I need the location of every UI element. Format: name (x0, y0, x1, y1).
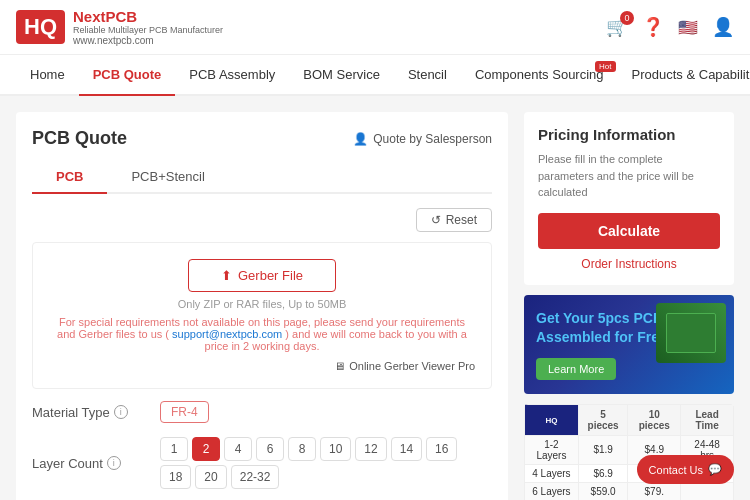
layer-count-controls: 1 2 4 6 8 10 12 14 16 18 20 22-32 (160, 437, 492, 489)
reset-button[interactable]: ↺ Reset (416, 208, 492, 232)
table-cell-layers-3: 6 Layers (525, 482, 579, 500)
material-info-icon[interactable]: i (114, 405, 128, 419)
material-type-row: Material Type i FR-4 (32, 401, 492, 423)
pricing-desc: Please fill in the complete parameters a… (538, 151, 720, 201)
layer-btn-12[interactable]: 12 (355, 437, 386, 461)
chat-icon: 💬 (708, 463, 722, 476)
upload-note: For special requirements not available o… (49, 316, 475, 352)
top-bar: HQ NextPCB Reliable Multilayer PCB Manuf… (0, 0, 750, 55)
promo-banner: Get Your 5pcs PCB Assembled for Free Lea… (524, 295, 734, 394)
monitor-icon: 🖥 (334, 360, 345, 372)
layer-btn-1[interactable]: 1 (160, 437, 188, 461)
logo-text: NextPCB Reliable Multilayer PCB Manufact… (73, 8, 223, 46)
upload-area: ⬆ Gerber File Only ZIP or RAR files, Up … (32, 242, 492, 389)
table-cell-10-3: $79. (628, 482, 681, 500)
calculate-button[interactable]: Calculate (538, 213, 720, 249)
learn-more-button[interactable]: Learn More (536, 358, 616, 380)
order-instructions-link[interactable]: Order Instructions (538, 257, 720, 271)
pricing-box: Pricing Information Please fill in the c… (524, 112, 734, 285)
table-cell-layers-2: 4 Layers (525, 464, 579, 482)
tab-pcb[interactable]: PCB (32, 161, 107, 194)
tab-pcb-stencil[interactable]: PCB+Stencil (107, 161, 228, 192)
layer-btn-6[interactable]: 6 (256, 437, 284, 461)
upload-hint: Only ZIP or RAR files, Up to 50MB (49, 298, 475, 310)
layer-count-label: Layer Count i (32, 456, 152, 471)
upload-gerber-button[interactable]: ⬆ Gerber File (188, 259, 336, 292)
layer-btn-16[interactable]: 16 (426, 437, 457, 461)
reset-icon: ↺ (431, 213, 441, 227)
layer-count-row: Layer Count i 1 2 4 6 8 10 12 14 16 18 2… (32, 437, 492, 489)
table-cell-layers-1: 1-2 Layers (525, 435, 579, 464)
pcb-deco-inner (666, 313, 716, 353)
top-icons: 🛒0 ❓ 🇺🇸 👤 (606, 16, 734, 38)
page-title: PCB Quote (32, 128, 127, 149)
fr4-tag[interactable]: FR-4 (160, 401, 209, 423)
brand-name: NextPCB (73, 8, 223, 25)
reset-label: Reset (446, 213, 477, 227)
layer-btn-14[interactable]: 14 (391, 437, 422, 461)
layer-btn-22-32[interactable]: 22-32 (231, 465, 280, 489)
quote-by-label: Quote by Salesperson (373, 132, 492, 146)
table-header-10-pieces: 10 pieces (628, 404, 681, 435)
main-nav: Home PCB Quote PCB Assembly BOM Service … (0, 55, 750, 96)
cart-badge: 0 (620, 11, 634, 25)
table-logo-cell: HQ (525, 404, 579, 435)
support-email-link[interactable]: support@nextpcb.com (172, 328, 282, 340)
help-icon[interactable]: ❓ (642, 16, 664, 38)
table-header-lead-time: Lead Time (681, 404, 734, 435)
logo-url: www.nextpcb.com (73, 35, 223, 46)
logo-hq: HQ (24, 14, 57, 40)
quote-by-salesperson[interactable]: 👤 Quote by Salesperson (353, 132, 492, 146)
flag-icon[interactable]: 🇺🇸 (678, 18, 698, 37)
nav-home[interactable]: Home (16, 55, 79, 94)
left-panel: PCB Quote 👤 Quote by Salesperson PCB PCB… (16, 112, 508, 500)
hot-badge: Hot (595, 61, 615, 72)
cart-icon[interactable]: 🛒0 (606, 16, 628, 38)
logo-area: HQ NextPCB Reliable Multilayer PCB Manuf… (16, 8, 223, 46)
right-panel: Pricing Information Please fill in the c… (524, 112, 734, 500)
material-type-controls: FR-4 (160, 401, 209, 423)
nav-pcb-assembly[interactable]: PCB Assembly (175, 55, 289, 94)
layer-info-icon[interactable]: i (107, 456, 121, 470)
contact-label: Contact Us (649, 464, 703, 476)
page-header: PCB Quote 👤 Quote by Salesperson (32, 128, 492, 149)
table-cell-5-2: $6.9 (578, 464, 627, 482)
layer-btn-2[interactable]: 2 (192, 437, 220, 461)
layer-btn-8[interactable]: 8 (288, 437, 316, 461)
table-cell-lead-3 (681, 482, 734, 500)
nav-stencil[interactable]: Stencil (394, 55, 461, 94)
pcb-decoration (656, 303, 726, 363)
layer-btn-10[interactable]: 10 (320, 437, 351, 461)
tabs: PCB PCB+Stencil (32, 161, 492, 194)
user-icon[interactable]: 👤 (712, 16, 734, 38)
nav-components-sourcing[interactable]: Components Sourcing Hot (461, 55, 618, 94)
tagline: Reliable Multilayer PCB Manufacturer (73, 25, 223, 35)
table-cell-5-1: $1.9 (578, 435, 627, 464)
layer-btn-18[interactable]: 18 (160, 465, 191, 489)
price-table: HQ 5 pieces 10 pieces Lead Time 1-2 Laye… (524, 404, 734, 500)
contact-us-button[interactable]: Contact Us 💬 (637, 455, 734, 484)
reset-row: ↺ Reset (32, 208, 492, 232)
table-cell-5-3: $59.0 (578, 482, 627, 500)
gerber-viewer-link[interactable]: 🖥 Online Gerber Viewer Pro (49, 360, 475, 372)
upload-btn-label: Gerber File (238, 268, 303, 283)
layer-btn-20[interactable]: 20 (195, 465, 226, 489)
nav-pcb-quote[interactable]: PCB Quote (79, 55, 176, 96)
nav-bom-service[interactable]: BOM Service (289, 55, 394, 94)
table-row: 6 Layers $59.0 $79. (525, 482, 734, 500)
layer-btn-4[interactable]: 4 (224, 437, 252, 461)
pricing-title: Pricing Information (538, 126, 720, 143)
nav-products[interactable]: Products & Capabilities (618, 55, 750, 94)
person-icon: 👤 (353, 132, 368, 146)
material-type-label: Material Type i (32, 405, 152, 420)
logo-box[interactable]: HQ (16, 10, 65, 44)
upload-icon: ⬆ (221, 268, 232, 283)
table-header-5-pieces: 5 pieces (578, 404, 627, 435)
page-content: PCB Quote 👤 Quote by Salesperson PCB PCB… (0, 96, 750, 500)
